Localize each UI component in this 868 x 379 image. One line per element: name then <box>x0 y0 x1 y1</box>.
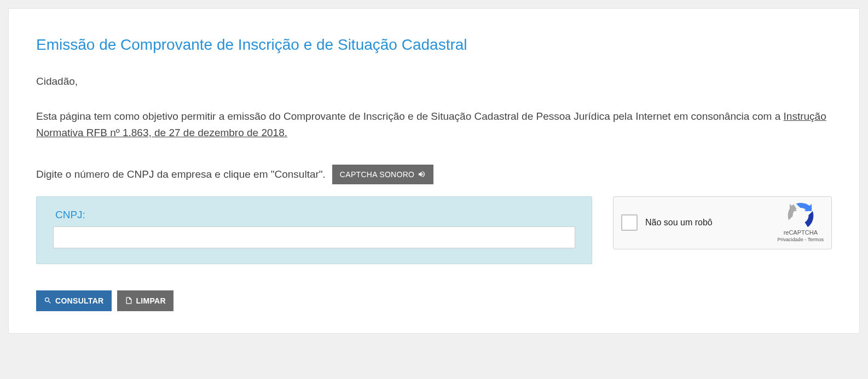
limpar-label: LIMPAR <box>136 296 166 305</box>
page-title: Emissão de Comprovante de Inscrição e de… <box>36 36 832 54</box>
recaptcha-terms-link[interactable]: Termos <box>807 237 824 242</box>
consultar-button[interactable]: CONSULTAR <box>36 290 112 311</box>
recaptcha-branding: reCAPTCHA Privacidade - Termos <box>778 203 824 242</box>
description-text: Esta página tem como objetivo permitir a… <box>36 108 832 142</box>
recaptcha-label: Não sou um robô <box>645 218 770 228</box>
action-buttons: CONSULTAR LIMPAR <box>36 290 832 311</box>
cnpj-label: CNPJ: <box>55 209 575 221</box>
greeting-text: Cidadão, <box>36 75 832 88</box>
instruction-row: Digite o número de CNPJ da empresa e cli… <box>36 165 832 184</box>
recaptcha-widget: Não sou um robô reCAPTCHA Privacidade - … <box>613 196 832 249</box>
search-icon <box>44 296 52 305</box>
volume-icon <box>418 170 426 178</box>
audio-captcha-label: CAPTCHA SONORO <box>340 170 414 179</box>
recaptcha-links: Privacidade - Termos <box>778 237 824 242</box>
audio-captcha-button[interactable]: CAPTCHA SONORO <box>332 165 433 184</box>
recaptcha-privacy-link[interactable]: Privacidade <box>778 237 803 242</box>
file-icon <box>125 296 133 305</box>
cnpj-input[interactable] <box>53 226 575 248</box>
recaptcha-checkbox[interactable] <box>621 214 638 231</box>
cnpj-box: CNPJ: <box>36 196 592 264</box>
description-prefix: Esta página tem como objetivo permitir a… <box>36 110 784 122</box>
consultar-label: CONSULTAR <box>55 296 104 305</box>
main-panel: Emissão de Comprovante de Inscrição e de… <box>8 8 860 334</box>
form-row: CNPJ: Não sou um robô reCAPTCHA <box>36 196 832 264</box>
recaptcha-brand-text: reCAPTCHA <box>778 229 824 236</box>
instruction-text: Digite o número de CNPJ da empresa e cli… <box>36 168 326 180</box>
recaptcha-icon <box>787 203 814 228</box>
limpar-button[interactable]: LIMPAR <box>117 290 173 311</box>
